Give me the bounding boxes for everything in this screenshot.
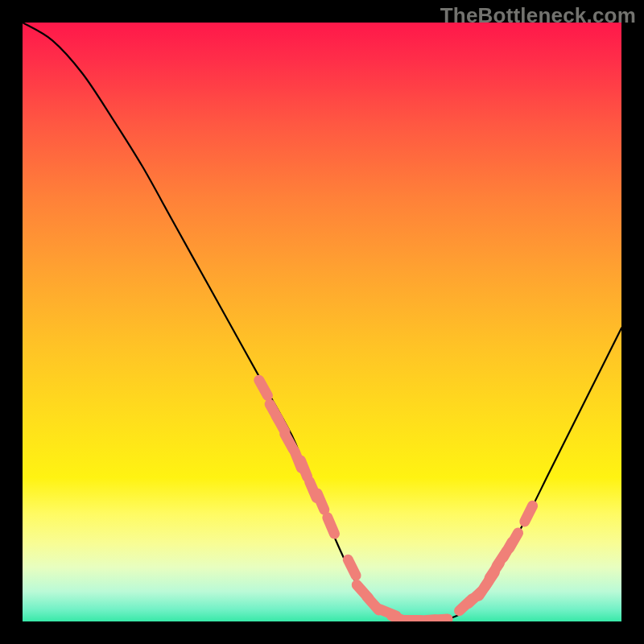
marker-cluster-left (259, 380, 421, 621)
main-curve (23, 23, 621, 621)
marker-dash (348, 559, 356, 576)
marker-dash (525, 506, 533, 522)
plot-area (23, 23, 621, 621)
marker-dash (328, 518, 335, 534)
marker-cluster-right (418, 506, 532, 621)
marker-dash (317, 493, 324, 510)
marker-dash (430, 619, 448, 621)
chart-svg (23, 23, 621, 621)
marker-dash (301, 460, 308, 477)
watermark-text: TheBottleneck.com (440, 3, 636, 28)
marker-dash (510, 533, 518, 548)
marker-dash (259, 380, 268, 395)
curve-path-group (23, 23, 621, 621)
